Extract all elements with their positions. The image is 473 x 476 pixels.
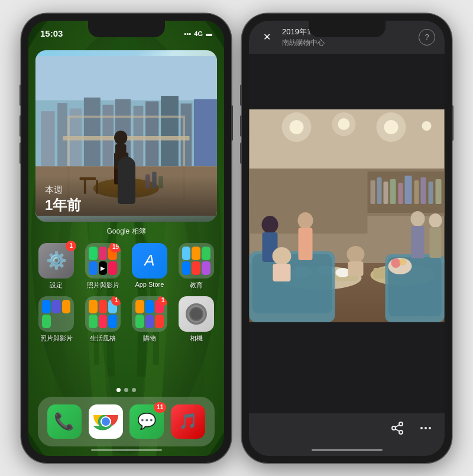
svg-rect-7 — [84, 97, 101, 166]
more-button[interactable] — [419, 421, 433, 438]
left-phone: 15:03 ▪▪▪ 4G ▬ — [21, 14, 231, 463]
svg-point-81 — [391, 258, 401, 268]
svg-rect-86 — [430, 227, 442, 258]
svg-point-41 — [422, 121, 432, 131]
header-location: 南紡購物中心 — [282, 38, 412, 48]
lifestyle-folder-app[interactable]: 1 生活風格 — [80, 296, 127, 343]
svg-rect-5 — [57, 103, 67, 166]
appstore-app[interactable]: A App Store — [127, 243, 173, 290]
share-button[interactable] — [390, 421, 404, 438]
dock: 📞 — [38, 397, 215, 446]
memory-this-week: 本週 — [45, 184, 208, 196]
svg-rect-54 — [414, 180, 419, 204]
svg-point-85 — [429, 213, 442, 228]
memory-year: 1年前 — [45, 196, 208, 215]
home-bg: 15:03 ▪▪▪ 4G ▬ — [28, 21, 224, 456]
lifestyle-badge: 1 — [111, 296, 121, 306]
svg-rect-53 — [405, 176, 412, 204]
more-icon — [419, 421, 433, 435]
dock-music-app[interactable]: 🎵 — [171, 404, 205, 439]
dot-3 — [132, 388, 136, 392]
svg-rect-49 — [377, 177, 382, 204]
svg-point-36 — [102, 417, 110, 426]
svg-rect-75 — [299, 228, 313, 260]
shopping-folder-app[interactable]: 1 購物 — [127, 296, 173, 343]
education-label: 教育 — [190, 281, 203, 290]
status-icons: ▪▪▪ 4G ▬ — [184, 30, 212, 37]
svg-point-89 — [429, 427, 431, 429]
photos-folder-app[interactable]: ▶ 19 照片與影片 — [80, 243, 127, 290]
notch-right — [309, 21, 385, 37]
svg-point-82 — [400, 258, 407, 265]
svg-rect-27 — [122, 169, 128, 184]
svg-rect-48 — [371, 180, 375, 204]
page-dots — [28, 388, 224, 392]
app-grid-row1: ⚙️ 1 設定 ▶ — [33, 243, 219, 290]
camera-label: 相機 — [190, 334, 203, 343]
svg-point-72 — [262, 216, 278, 234]
svg-point-22 — [114, 130, 127, 144]
svg-point-76 — [273, 247, 291, 265]
svg-rect-11 — [145, 101, 158, 166]
svg-point-44 — [377, 112, 406, 142]
dock-messages-app[interactable]: 💬 11 — [129, 404, 164, 439]
appstore-icon: A — [144, 251, 154, 270]
svg-point-87 — [420, 427, 423, 429]
left-screen: 15:03 ▪▪▪ 4G ▬ — [28, 21, 224, 456]
svg-point-42 — [282, 112, 312, 142]
svg-rect-77 — [273, 264, 291, 281]
education-folder-app[interactable]: 教育 — [173, 243, 219, 290]
shopping-label: 購物 — [143, 334, 156, 343]
camera-app[interactable]: 相機 — [173, 296, 219, 343]
right-screen: ✕ 2019年10月22日 南紡購物中心 ? — [249, 21, 445, 456]
settings-badge: 1 — [66, 241, 76, 251]
dock-phone-app[interactable]: 📞 — [47, 404, 82, 439]
restaurant-photo — [249, 109, 445, 322]
share-icon — [390, 421, 404, 435]
svg-rect-52 — [399, 183, 403, 204]
svg-point-74 — [298, 212, 313, 229]
battery-icon: ▬ — [206, 30, 212, 37]
status-time: 15:03 — [40, 28, 63, 38]
home-indicator-left — [91, 449, 162, 451]
photos-bg: ✕ 2019年10月22日 南紡購物中心 ? — [249, 21, 445, 456]
lifestyle-label: 生活風格 — [90, 334, 116, 343]
settings-app[interactable]: ⚙️ 1 設定 — [33, 243, 80, 290]
memory-widget[interactable]: 本週 1年前 — [35, 50, 217, 222]
svg-rect-14 — [194, 99, 217, 166]
svg-point-65 — [336, 268, 350, 277]
svg-rect-12 — [161, 96, 179, 166]
memory-overlay: 本週 1年前 — [35, 175, 217, 222]
photos-folder-label: 照片與影片 — [87, 281, 119, 290]
svg-rect-55 — [421, 177, 426, 204]
shopping-badge: 1 — [158, 296, 167, 306]
network-type: 4G — [194, 30, 203, 37]
svg-point-78 — [347, 246, 365, 263]
photos2-folder-app[interactable]: 照片與影片 — [33, 296, 80, 343]
svg-point-88 — [425, 427, 427, 429]
svg-rect-25 — [124, 152, 128, 173]
notch — [88, 21, 165, 37]
chrome-icon — [89, 404, 123, 439]
restaurant-photo-svg — [249, 109, 445, 322]
home-indicator-right — [312, 449, 383, 451]
svg-rect-69 — [252, 254, 332, 313]
dot-2 — [124, 388, 128, 392]
svg-rect-8 — [102, 104, 114, 166]
music-icon: 🎵 — [179, 412, 197, 430]
education-folder-grid — [179, 243, 214, 279]
dock-chrome-app[interactable] — [89, 404, 123, 439]
svg-point-83 — [411, 211, 425, 226]
appstore-label: App Store — [135, 281, 164, 288]
camera-lens-icon — [186, 303, 207, 325]
svg-rect-57 — [436, 179, 442, 204]
settings-label: 設定 — [50, 281, 63, 290]
help-button[interactable]: ? — [419, 29, 435, 46]
settings-gear-icon: ⚙️ — [46, 251, 67, 270]
close-button[interactable]: ✕ — [258, 29, 275, 46]
svg-rect-51 — [390, 179, 396, 204]
app-grid-row2: 照片與影片 1 生活風格 — [33, 296, 219, 343]
svg-rect-56 — [429, 182, 433, 204]
photos-folder-badge: 19 — [109, 243, 121, 252]
phone-icon: 📞 — [54, 412, 74, 431]
